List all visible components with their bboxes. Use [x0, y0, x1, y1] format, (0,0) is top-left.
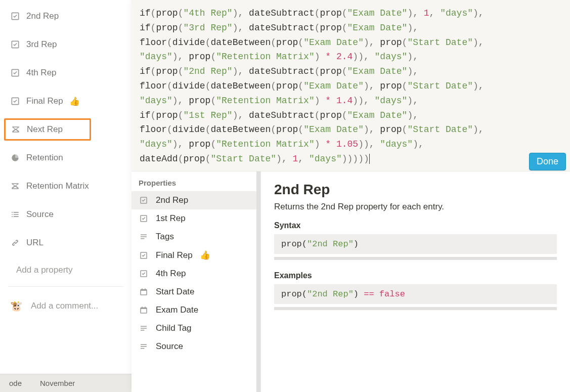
thumbs-up-icon: 👍: [69, 96, 80, 107]
retention-icon: [10, 153, 20, 163]
reference-item-final-rep[interactable]: Final Rep👍: [131, 246, 256, 265]
property-label: Retention: [26, 153, 63, 163]
reference-item-label: 2nd Rep: [156, 195, 188, 205]
reference-item-label: Exam Date: [156, 305, 198, 315]
date-icon: [139, 287, 149, 297]
checkbox-icon: [10, 39, 20, 50]
reference-title: 2nd Rep: [274, 182, 557, 198]
add-property-button[interactable]: Add a property: [0, 260, 131, 280]
property-row-next-rep[interactable]: Next Rep: [4, 118, 91, 141]
property-row-3rd-rep[interactable]: 3rd Rep: [0, 33, 131, 56]
codeblock-shadow: [274, 307, 557, 310]
add-property-label: Add a property: [16, 265, 73, 275]
property-row-4th-rep[interactable]: 4th Rep: [0, 62, 131, 84]
examples-label: Examples: [274, 271, 557, 280]
reference-item-label: Child Tag: [156, 323, 192, 333]
reference-properties-list[interactable]: Properties 2nd Rep1st RepTagsFinal Rep👍4…: [131, 171, 261, 392]
checkbox-icon: [139, 250, 149, 260]
codeblock-shadow: [274, 257, 557, 260]
date-icon: [139, 305, 149, 315]
formula-textarea[interactable]: if(prop("4th Rep"), dateSubtract(prop("E…: [131, 0, 570, 171]
formula-icon: [11, 124, 21, 135]
checkbox-icon: [10, 68, 20, 78]
reference-item-label: Final Rep: [156, 250, 193, 260]
link-icon: [10, 238, 20, 248]
reference-item-1st-rep[interactable]: 1st Rep: [131, 209, 256, 228]
reference-item-label: Source: [156, 341, 183, 352]
reference-item-exam-date[interactable]: Exam Date: [131, 301, 256, 319]
checkbox-icon: [139, 195, 149, 205]
checkbox-icon: [10, 96, 20, 106]
property-label: Source: [26, 209, 54, 220]
bottom-table-strip: ode November: [0, 374, 131, 392]
examples-codeblock: prop("2nd Rep") == false: [274, 284, 557, 304]
reference-item-start-date[interactable]: Start Date: [131, 283, 256, 301]
property-row-final-rep[interactable]: Final Rep👍: [0, 90, 131, 112]
formula-cursor: [369, 154, 370, 164]
formula-icon: [10, 181, 20, 191]
checkbox-icon: [139, 213, 149, 224]
properties-sidebar: 2nd Rep3rd Rep4th RepFinal Rep👍Next RepR…: [0, 0, 131, 392]
bottom-cell[interactable]: ode: [0, 379, 31, 387]
property-label: Next Rep: [27, 124, 63, 135]
reference-item-label: Tags: [156, 232, 174, 242]
text-icon: [139, 341, 149, 352]
add-comment-row[interactable]: 🐮 Add a comment...: [0, 293, 131, 319]
property-row-url[interactable]: URL: [0, 232, 131, 254]
formula-editor-panel: if(prop("4th Rep"), dateSubtract(prop("E…: [131, 0, 570, 392]
property-label: 2nd Rep: [26, 11, 59, 21]
reference-item-2nd-rep[interactable]: 2nd Rep: [131, 191, 256, 209]
checkbox-icon: [10, 11, 20, 21]
comment-placeholder: Add a comment...: [31, 301, 98, 311]
property-row-retention[interactable]: Retention: [0, 147, 131, 169]
thumbs-up-icon: 👍: [200, 250, 210, 260]
list-icon: [10, 209, 20, 220]
reference-heading: Properties: [131, 171, 256, 191]
reference-panel: Properties 2nd Rep1st RepTagsFinal Rep👍4…: [131, 171, 570, 392]
reference-description: Returns the 2nd Rep property for each en…: [274, 202, 557, 212]
reference-item-label: 1st Rep: [156, 213, 186, 224]
done-button-label: Done: [537, 156, 558, 166]
syntax-label: Syntax: [274, 221, 557, 230]
reference-item-4th-rep[interactable]: 4th Rep: [131, 265, 256, 283]
property-label: Retention Matrix: [26, 181, 89, 191]
property-label: 4th Rep: [26, 68, 57, 78]
reference-item-tags[interactable]: Tags: [131, 228, 256, 246]
property-row-2nd-rep[interactable]: 2nd Rep: [0, 5, 131, 27]
reference-item-label: Start Date: [156, 287, 195, 297]
property-row-source[interactable]: Source: [0, 203, 131, 226]
bottom-cell[interactable]: November: [31, 379, 84, 387]
property-row-retention-matrix[interactable]: Retention Matrix: [0, 175, 131, 197]
property-label: URL: [26, 238, 43, 248]
reference-item-label: 4th Rep: [156, 269, 186, 279]
text-icon: [139, 232, 149, 242]
property-label: 3rd Rep: [26, 39, 57, 50]
property-label: Final Rep: [26, 96, 63, 106]
cow-emoji-icon: 🐮: [10, 300, 23, 312]
reference-item-child-tag[interactable]: Child Tag: [131, 319, 256, 337]
reference-item-source[interactable]: Source: [131, 337, 256, 356]
reference-detail: 2nd Rep Returns the 2nd Rep property for…: [261, 171, 570, 392]
divider: [8, 286, 123, 287]
done-button[interactable]: Done: [529, 153, 566, 170]
syntax-codeblock: prop("2nd Rep"): [274, 234, 557, 254]
text-icon: [139, 323, 149, 333]
checkbox-icon: [139, 269, 149, 279]
